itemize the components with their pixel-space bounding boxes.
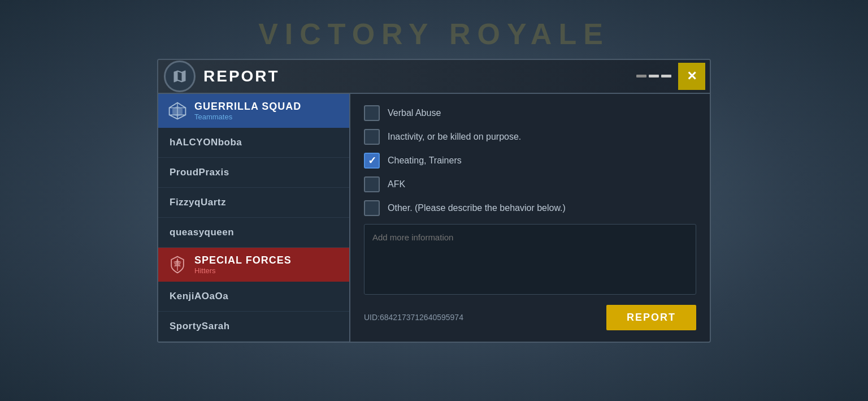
checkbox-other[interactable]: [364, 200, 380, 216]
special-forces-info: SPECIAL FORCES Hitters: [194, 255, 292, 275]
player-queasyqueen[interactable]: queasyqueen: [158, 218, 349, 248]
modal-container: REPORT ✕: [157, 59, 711, 343]
checkbox-row-verbal-abuse[interactable]: Verbal Abuse: [364, 105, 696, 121]
modal-icon: [164, 61, 196, 92]
info-textarea[interactable]: [364, 224, 696, 295]
checkbox-row-inactivity[interactable]: Inactivity, or be killed on purpose.: [364, 129, 696, 145]
team-header-special-forces[interactable]: SPECIAL FORCES Hitters: [158, 248, 349, 282]
guerrilla-info: GUERRILLA SQUAD Teammates: [194, 101, 301, 121]
modal-header: REPORT ✕: [158, 60, 710, 94]
checkbox-verbal-abuse[interactable]: [364, 105, 380, 121]
checkbox-inactivity[interactable]: [364, 129, 380, 145]
player-fizzyquartz[interactable]: FizzyqUartz: [158, 188, 349, 218]
report-button[interactable]: REPORT: [606, 305, 696, 330]
map-icon: [172, 68, 188, 84]
player-sportysarah[interactable]: SportySarah: [158, 312, 349, 342]
player-proudpraxis[interactable]: ProudPraxis: [158, 158, 349, 188]
modal-title: REPORT: [203, 67, 636, 85]
checkbox-row-cheating[interactable]: Cheating, Trainers: [364, 153, 696, 169]
label-other: Other. (Please describe the behavior bel…: [388, 203, 566, 213]
label-inactivity: Inactivity, or be killed on purpose.: [388, 132, 521, 142]
guerrilla-sub: Teammates: [194, 113, 301, 121]
label-verbal-abuse: Verbal Abuse: [388, 108, 441, 118]
report-footer: UID:684217371264059597​4 REPORT: [364, 305, 696, 330]
checkbox-row-other[interactable]: Other. (Please describe the behavior bel…: [364, 200, 696, 216]
special-forces-sub: Hitters: [194, 266, 292, 275]
close-button[interactable]: ✕: [678, 63, 705, 90]
label-afk: AFK: [388, 179, 405, 189]
guerrilla-name: GUERRILLA SQUAD: [194, 101, 301, 113]
report-panel: Verbal Abuse Inactivity, or be killed on…: [350, 94, 710, 342]
label-cheating: Cheating, Trainers: [388, 156, 462, 166]
player-kenjiaoa0a[interactable]: KenjiAOaOa: [158, 282, 349, 312]
player-halcyon[interactable]: hALCYONboba: [158, 128, 349, 158]
team-header-guerrilla[interactable]: GUERRILLA SQUAD Teammates: [158, 94, 349, 128]
player-list: GUERRILLA SQUAD Teammates hALCYONboba Pr…: [158, 94, 350, 342]
mini-bar-2: [649, 75, 659, 77]
victory-text: VICTORY ROYALE: [258, 17, 610, 51]
special-forces-icon: [167, 255, 188, 275]
mini-bar-3: [661, 75, 671, 77]
mini-bar-1: [636, 75, 646, 77]
checkbox-row-afk[interactable]: AFK: [364, 176, 696, 192]
special-forces-name: SPECIAL FORCES: [194, 255, 292, 266]
minimize-bars: [636, 75, 671, 77]
checkbox-cheating[interactable]: [364, 153, 380, 169]
report-modal: REPORT ✕: [157, 59, 711, 343]
uid-text: UID:684217371264059597​4: [364, 313, 463, 322]
modal-body: GUERRILLA SQUAD Teammates hALCYONboba Pr…: [158, 94, 710, 342]
guerrilla-icon: [167, 101, 188, 121]
checkbox-afk[interactable]: [364, 176, 380, 192]
